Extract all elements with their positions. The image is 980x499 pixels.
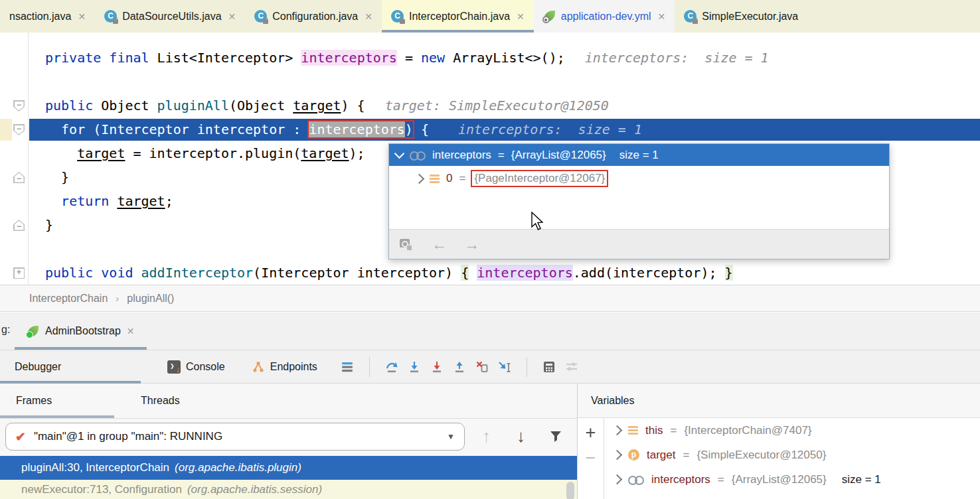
- spring-config-icon: [543, 10, 556, 23]
- strip-label-fragment: g:: [1, 324, 10, 336]
- evaluate-expression-icon[interactable]: [542, 360, 556, 374]
- add-watch-icon[interactable]: +: [586, 425, 596, 441]
- popup-toolbar: ← →: [389, 229, 889, 259]
- value-bars-icon: [628, 426, 638, 435]
- editor-tab-simpleexecutor-java[interactable]: CSimpleExecutor.java: [675, 0, 807, 33]
- step-over-icon[interactable]: [384, 360, 399, 374]
- code-token: [109, 193, 117, 209]
- variable-row[interactable]: ptarget = {SimpleExecutor@12050}: [604, 443, 980, 467]
- close-icon[interactable]: ✕: [127, 326, 135, 336]
- code-token: addInterceptor: [141, 265, 254, 281]
- remove-watch-icon[interactable]: −: [586, 451, 596, 464]
- fold-collapse-icon[interactable]: −: [13, 172, 25, 183]
- code-token: ) {: [341, 98, 365, 113]
- stack-frame-row[interactable]: newExecutor:713, Configuration(org.apach…: [0, 480, 577, 499]
- popup-var-name: interceptors: [432, 149, 491, 162]
- frame-package: (org.apache.ibatis.session): [187, 483, 322, 496]
- tab-frames[interactable]: Frames: [0, 384, 114, 418]
- tab-debugger[interactable]: Debugger: [0, 350, 141, 384]
- editor-tab-label: application-dev.yml: [561, 11, 651, 23]
- move-down-icon[interactable]: ↓: [517, 427, 525, 445]
- ide-window: nsaction.java✕CDataSourceUtils.java✕CCon…: [0, 0, 980, 499]
- run-tab-adminbootstrap[interactable]: AdminBootstrap ✕: [15, 313, 147, 350]
- close-icon[interactable]: ✕: [658, 11, 666, 22]
- step-into-icon[interactable]: [407, 360, 422, 374]
- inline-debugger-hint: interceptors: size = 1: [585, 50, 769, 66]
- tab-console[interactable]: ❯↓ Console: [167, 350, 225, 384]
- code-token: (Interceptor interceptor): [253, 265, 461, 281]
- breadcrumb-method[interactable]: pluginAll(): [127, 293, 174, 305]
- forward-arrow-icon[interactable]: →: [464, 238, 479, 251]
- editor-tab-label: nsaction.java: [9, 11, 71, 23]
- variable-row[interactable]: interceptors = {ArrayList@12065}size = 1: [604, 467, 980, 492]
- layout-options-icon[interactable]: [340, 360, 355, 374]
- code-token: ;: [165, 193, 173, 209]
- watch-glasses-icon: [410, 151, 426, 159]
- dropdown-arrow-icon[interactable]: ▼: [447, 432, 455, 441]
- filter-funnel-icon[interactable]: [550, 431, 562, 443]
- open-in-variables-icon[interactable]: [400, 238, 414, 251]
- popup-child-node[interactable]: 0 = {PageInterceptor@12067}: [389, 166, 889, 191]
- code-line: }: [45, 165, 69, 189]
- fold-collapse-icon[interactable]: −: [13, 220, 25, 231]
- code-token: interceptors: [301, 50, 397, 66]
- chevron-right-icon[interactable]: [612, 474, 623, 485]
- code-line: public Object pluginAll(Object target) {…: [45, 94, 609, 117]
- toolbar-separator: [527, 357, 527, 377]
- chevron-right-icon[interactable]: [612, 425, 623, 436]
- editor-tab-datasourceutils-java[interactable]: CDataSourceUtils.java✕: [95, 0, 245, 33]
- fold-collapse-icon[interactable]: −: [13, 124, 25, 135]
- move-up-icon-disabled[interactable]: ↑: [482, 427, 491, 445]
- force-step-into-icon[interactable]: [430, 360, 444, 374]
- editor-tab-application-dev-yml[interactable]: application-dev.yml✕: [534, 0, 675, 33]
- code-token: [93, 265, 101, 281]
- layout-settings-icon-disabled[interactable]: [564, 360, 579, 374]
- watch-glasses-icon: [628, 476, 644, 484]
- editor-tab-configuration-java[interactable]: CConfiguration.java✕: [245, 0, 382, 33]
- chevron-down-icon[interactable]: [394, 149, 405, 159]
- code-token: {: [413, 121, 429, 137]
- chevron-right-icon[interactable]: [612, 450, 623, 461]
- fold-collapse-icon[interactable]: −: [13, 100, 25, 111]
- back-arrow-icon[interactable]: ←: [432, 238, 447, 251]
- thread-selector[interactable]: ✔ "main"@1 in group "main": RUNNING ▼: [5, 423, 465, 451]
- variables-header: Variables: [578, 384, 980, 418]
- variable-value: {SimpleExecutor@12050}: [696, 449, 826, 462]
- editor-tab-interceptorchain-java[interactable]: CInterceptorChain.java✕: [382, 0, 534, 33]
- frames-scrollbar-thumb[interactable]: [566, 482, 574, 499]
- popup-root-node[interactable]: interceptors = {ArrayList@12065} size = …: [389, 144, 889, 166]
- java-class-icon: C: [391, 10, 404, 23]
- close-icon[interactable]: ✕: [228, 11, 236, 22]
- run-to-cursor-icon[interactable]: [497, 360, 512, 374]
- editor-tab-label: InterceptorChain.java: [409, 11, 510, 23]
- frame-package: (org.apache.ibatis.plugin): [175, 461, 301, 474]
- close-icon[interactable]: ✕: [78, 11, 86, 22]
- gutter-divider: [28, 33, 29, 285]
- breadcrumb-separator: ›: [116, 293, 119, 304]
- thread-selector-row: ✔ "main"@1 in group "main": RUNNING ▼ ↑ …: [0, 419, 577, 456]
- code-line: }: [45, 213, 53, 237]
- code-token: interceptors: [477, 265, 573, 281]
- editor-tab-label: SimpleExecutor.java: [702, 11, 798, 23]
- frames-tabs: Frames Threads: [0, 384, 577, 419]
- close-icon[interactable]: ✕: [365, 11, 372, 22]
- stack-frame-row[interactable]: pluginAll:30, InterceptorChain(org.apach…: [0, 456, 577, 480]
- variables-title: Variables: [591, 395, 635, 407]
- step-out-icon[interactable]: [452, 360, 467, 374]
- tab-threads[interactable]: Threads: [141, 384, 180, 418]
- drop-frame-icon[interactable]: [475, 360, 489, 374]
- fold-expand-icon[interactable]: +: [13, 267, 25, 279]
- frames-list: pluginAll:30, InterceptorChain(org.apach…: [0, 456, 577, 499]
- code-line: target = interceptor.plugin(target);: [45, 141, 365, 165]
- tab-endpoints[interactable]: Endpoints: [252, 350, 317, 384]
- chevron-right-icon[interactable]: [414, 173, 425, 184]
- variable-row[interactable]: this = {InterceptorChain@7407}: [604, 418, 980, 443]
- popup-var-value: {ArrayList@12065}: [511, 149, 606, 162]
- editor-tab-nsaction-java[interactable]: nsaction.java✕: [0, 0, 95, 33]
- code-editor[interactable]: private final List<Interceptor> intercep…: [0, 33, 980, 285]
- breadcrumb-class[interactable]: InterceptorChain: [29, 293, 108, 305]
- close-icon[interactable]: ✕: [517, 11, 525, 22]
- code-token: = interceptor.plugin(: [125, 145, 301, 161]
- popup-var-size: size = 1: [619, 149, 659, 162]
- thread-status-check-icon: ✔: [15, 429, 26, 445]
